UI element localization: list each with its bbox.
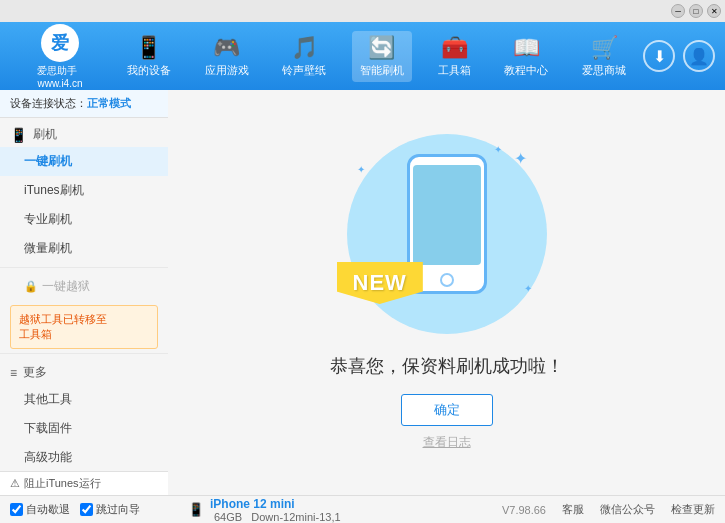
- maximize-button[interactable]: □: [689, 4, 703, 18]
- auto-dismiss-checkbox[interactable]: 自动歇退: [10, 502, 70, 517]
- logo-text: 爱思助手 www.i4.cn: [37, 64, 82, 89]
- sparkle-icon-4: ✦: [357, 164, 365, 175]
- skip-wizard-input[interactable]: [80, 503, 93, 516]
- title-bar: ─ □ ✕: [0, 0, 725, 22]
- phone-screen: [413, 165, 481, 265]
- main-area: 设备连接状态：正常模式 📱 刷机 一键刷机 iTunes刷机 专业刷机 微量刷机…: [0, 90, 725, 495]
- device-info-bar: 📱 iPhone 12 mini 64GB Down-12mini-13,1: [178, 497, 502, 523]
- sidebar-item-pro-flash[interactable]: 专业刷机: [0, 205, 168, 234]
- device-nav-icon: 📱: [135, 35, 162, 61]
- customer-service-link[interactable]: 客服: [562, 502, 584, 517]
- sidebar-item-advanced[interactable]: 高级功能: [0, 443, 168, 472]
- download-button[interactable]: ⬇: [643, 40, 675, 72]
- more-section-icon: ≡: [10, 366, 17, 380]
- logo-icon: 爱: [41, 24, 79, 62]
- account-button[interactable]: 👤: [683, 40, 715, 72]
- tutorial-nav-icon: 📖: [513, 35, 540, 61]
- header: 爱 爱思助手 www.i4.cn 📱 我的设备 🎮 应用游戏 🎵 铃声壁纸 🔄 …: [0, 22, 725, 90]
- nav-my-device[interactable]: 📱 我的设备: [119, 31, 179, 82]
- sidebar-divider-2: [0, 353, 168, 354]
- nav-toolbox[interactable]: 🧰 工具箱: [430, 31, 479, 82]
- shop-nav-icon: 🛒: [591, 35, 618, 61]
- connection-status: 设备连接状态：正常模式: [0, 90, 168, 118]
- flash-section-icon: 📱: [10, 127, 27, 143]
- ringtone-nav-icon: 🎵: [291, 35, 318, 61]
- wechat-link[interactable]: 微信公众号: [600, 502, 655, 517]
- nav-tutorial[interactable]: 📖 教程中心: [496, 31, 556, 82]
- nav-app-game[interactable]: 🎮 应用游戏: [197, 31, 257, 82]
- sidebar-item-download-firmware[interactable]: 下载固件: [0, 414, 168, 443]
- nav-ringtone[interactable]: 🎵 铃声壁纸: [274, 31, 334, 82]
- nav-smart-flash[interactable]: 🔄 智能刷机: [352, 31, 412, 82]
- app-nav-icon: 🎮: [213, 35, 240, 61]
- phone-home-button: [440, 273, 454, 287]
- view-log-link[interactable]: 查看日志: [423, 434, 471, 451]
- sidebar-wrapper: 设备连接状态：正常模式 📱 刷机 一键刷机 iTunes刷机 专业刷机 微量刷机…: [0, 90, 168, 495]
- bottom-left: 自动歇退 跳过向导: [10, 502, 178, 517]
- window-controls[interactable]: ─ □ ✕: [671, 4, 721, 18]
- sparkle-icon-2: ✦: [494, 144, 502, 155]
- sidebar-item-one-key-flash[interactable]: 一键刷机: [0, 147, 168, 176]
- nav-items: 📱 我的设备 🎮 应用游戏 🎵 铃声壁纸 🔄 智能刷机 🧰 工具箱 📖 教程中心…: [110, 31, 643, 82]
- itunes-notice-icon: ⚠: [10, 477, 20, 490]
- flash-nav-icon: 🔄: [368, 35, 395, 61]
- logo-area: 爱 爱思助手 www.i4.cn: [10, 24, 110, 89]
- bottom-right: V7.98.66 客服 微信公众号 检查更新: [502, 502, 715, 517]
- success-message: 恭喜您，保资料刷机成功啦！: [330, 354, 564, 378]
- sidebar-footer-itunes[interactable]: ⚠ 阻止iTunes运行: [0, 471, 168, 495]
- skip-wizard-checkbox[interactable]: 跳过向导: [80, 502, 140, 517]
- sidebar-item-itunes-flash[interactable]: iTunes刷机: [0, 176, 168, 205]
- close-button[interactable]: ✕: [707, 4, 721, 18]
- check-update-link[interactable]: 检查更新: [671, 502, 715, 517]
- sidebar-item-other-tools[interactable]: 其他工具: [0, 385, 168, 414]
- auto-dismiss-input[interactable]: [10, 503, 23, 516]
- main-content: NEW ✦ ✦ ✦ ✦ 恭喜您，保资料刷机成功啦！ 确定 查看日志: [168, 90, 725, 495]
- sparkle-icon-3: ✦: [524, 283, 532, 294]
- sidebar: 设备连接状态：正常模式 📱 刷机 一键刷机 iTunes刷机 专业刷机 微量刷机…: [0, 90, 168, 473]
- sidebar-item-jailbreak-disabled: 🔒 一键越狱: [0, 272, 168, 301]
- lock-icon: 🔒: [24, 280, 38, 293]
- device-phone-icon: 📱: [188, 502, 204, 517]
- confirm-button[interactable]: 确定: [401, 394, 493, 426]
- sidebar-more-header: ≡ 更多: [0, 358, 168, 385]
- bottom-bar: 自动歇退 跳过向导 📱 iPhone 12 mini 64GB Down-12m…: [0, 495, 725, 523]
- nav-shop[interactable]: 🛒 爱思商城: [574, 31, 634, 82]
- sidebar-flash-header: 📱 刷机: [0, 118, 168, 147]
- minimize-button[interactable]: ─: [671, 4, 685, 18]
- header-right: ⬇ 👤: [643, 40, 715, 72]
- jailbreak-warning: 越狱工具已转移至工具箱: [10, 305, 158, 349]
- logo-symbol: 爱: [51, 31, 69, 55]
- phone-illustration: NEW ✦ ✦ ✦ ✦: [347, 134, 547, 334]
- sidebar-divider-1: [0, 267, 168, 268]
- device-sub-info: iPhone 12 mini 64GB Down-12mini-13,1: [210, 497, 341, 523]
- sparkle-icon-1: ✦: [514, 149, 527, 168]
- sidebar-item-save-flash[interactable]: 微量刷机: [0, 234, 168, 263]
- toolbox-nav-icon: 🧰: [441, 35, 468, 61]
